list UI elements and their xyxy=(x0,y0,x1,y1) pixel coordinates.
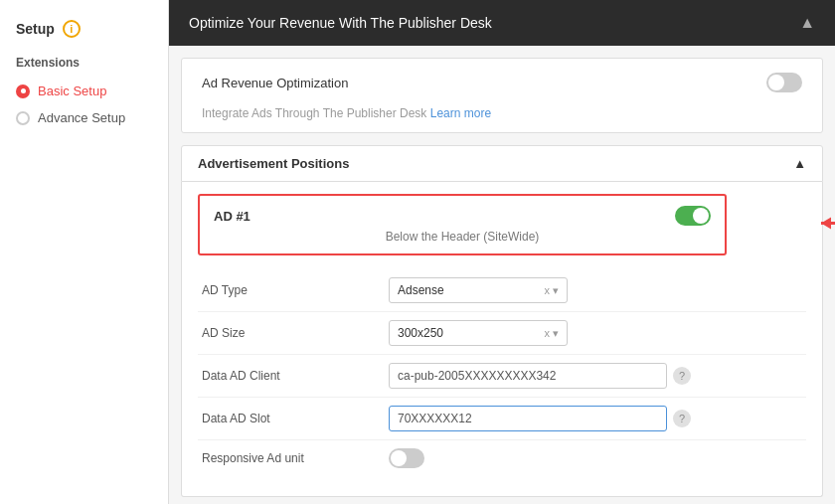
sidebar: Setup i Extensions Basic Setup Advance S… xyxy=(0,0,169,504)
banner-close-button[interactable]: ▲ xyxy=(799,14,815,32)
responsive-ad-toggle[interactable] xyxy=(389,448,424,468)
ad-type-select[interactable]: Adsense x ▾ xyxy=(389,277,568,303)
data-ad-slot-row: Data AD Slot ? xyxy=(198,398,806,440)
ad-revenue-label: Ad Revenue Optimization xyxy=(202,76,348,90)
data-ad-slot-control: ? xyxy=(389,406,806,431)
banner-title: Optimize Your Revenue With The Publisher… xyxy=(189,15,492,31)
sidebar-item-basic-setup[interactable]: Basic Setup xyxy=(0,78,168,104)
ad-size-select-icons: x ▾ xyxy=(544,327,559,340)
ad-size-row: AD Size 300x250 x ▾ xyxy=(198,312,806,355)
collapse-icon[interactable]: ▲ xyxy=(793,156,806,171)
sidebar-title-text: Setup xyxy=(16,21,55,37)
responsive-ad-label: Responsive Ad unit xyxy=(198,451,377,465)
sidebar-title: Setup i xyxy=(0,12,168,50)
ad1-name: AD #1 xyxy=(214,209,250,224)
learn-more-link[interactable]: Learn more xyxy=(430,106,491,120)
ad-size-control: 300x250 x ▾ xyxy=(389,320,806,346)
ad-positions-content: AD #1 Below the Header (SiteWide) AD Typ… xyxy=(181,182,823,497)
ad-revenue-subtext: Integrate Ads Through The Publisher Desk… xyxy=(182,106,822,132)
ad-revenue-toggle[interactable] xyxy=(766,73,802,92)
sidebar-item-advance-setup[interactable]: Advance Setup xyxy=(0,104,168,131)
ad-size-label: AD Size xyxy=(198,326,377,340)
red-arrow-indicator xyxy=(816,212,835,239)
ad-revenue-row: Ad Revenue Optimization xyxy=(182,59,822,106)
ad1-toggle[interactable] xyxy=(675,206,711,226)
sidebar-item-label: Advance Setup xyxy=(38,110,125,125)
radio-basic xyxy=(16,84,30,98)
data-ad-client-control: ? xyxy=(389,363,806,389)
ad-type-select-icons: x ▾ xyxy=(544,284,559,297)
data-ad-client-label: Data AD Client xyxy=(198,369,377,383)
responsive-ad-row: Responsive Ad unit xyxy=(198,440,806,476)
ad-size-value: 300x250 xyxy=(398,326,443,340)
ad-type-row: AD Type Adsense x ▾ xyxy=(198,269,806,312)
sidebar-item-label: Basic Setup xyxy=(38,84,106,98)
ad-type-label: AD Type xyxy=(198,283,377,297)
svg-marker-1 xyxy=(821,218,831,230)
ad1-sub: Below the Header (SiteWide) xyxy=(214,230,711,244)
ad-type-control: Adsense x ▾ xyxy=(389,277,806,303)
main-content: Optimize Your Revenue With The Publisher… xyxy=(169,0,835,504)
data-ad-slot-label: Data AD Slot xyxy=(198,412,377,425)
data-ad-client-input[interactable] xyxy=(389,363,667,389)
ad-type-value: Adsense xyxy=(398,283,444,297)
data-ad-slot-input[interactable] xyxy=(389,406,667,431)
ad-revenue-card: Ad Revenue Optimization Integrate Ads Th… xyxy=(181,58,823,133)
data-ad-client-row: Data AD Client ? xyxy=(198,355,806,398)
info-icon: i xyxy=(63,20,81,38)
sidebar-section: Extensions xyxy=(0,50,168,78)
ad-positions-header: Advertisement Positions ▲ xyxy=(181,145,823,182)
responsive-ad-control xyxy=(389,448,806,468)
ad1-box: AD #1 Below the Header (SiteWide) xyxy=(198,194,727,255)
data-ad-slot-help[interactable]: ? xyxy=(673,410,691,427)
ad1-top: AD #1 xyxy=(214,206,711,226)
publisher-desk-banner: Optimize Your Revenue With The Publisher… xyxy=(169,0,835,46)
ad-size-select[interactable]: 300x250 x ▾ xyxy=(389,320,568,346)
data-ad-client-help[interactable]: ? xyxy=(673,367,691,385)
ad-positions-title: Advertisement Positions xyxy=(198,156,349,171)
radio-advance xyxy=(16,111,30,125)
